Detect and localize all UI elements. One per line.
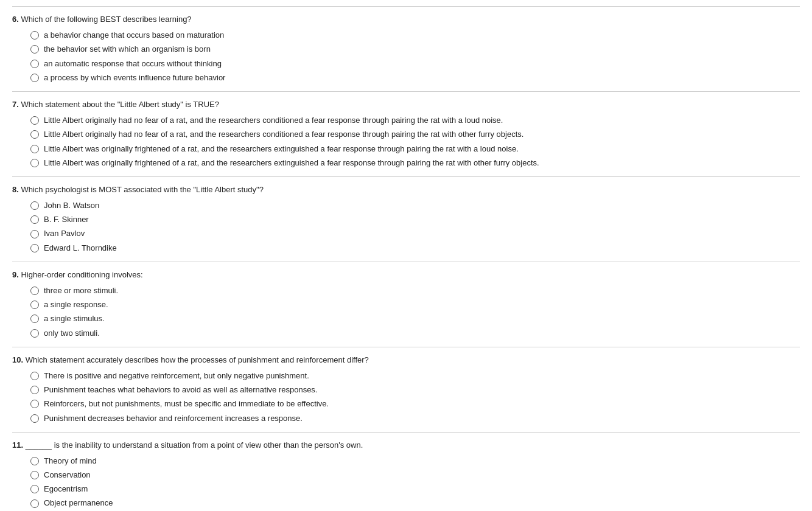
- question-text-q10: 10. Which statement accurately describes…: [12, 355, 800, 366]
- option-item-q11-2[interactable]: Egocentrism: [30, 484, 800, 495]
- option-label-q8-3: Edward L. Thorndike: [44, 243, 117, 254]
- options-list-q9: three or more stimuli.a single response.…: [12, 285, 800, 339]
- option-label-q11-3: Object permanence: [44, 498, 113, 509]
- option-item-q7-0[interactable]: Little Albert originally had no fear of …: [30, 115, 800, 126]
- option-item-q7-2[interactable]: Little Albert was originally frightened …: [30, 144, 800, 155]
- question-text-q7: 7. Which statement about the "Little Alb…: [12, 99, 800, 110]
- question-number-q7: 7.: [12, 100, 21, 109]
- option-label-q10-0: There is positive and negative reinforce…: [44, 370, 309, 381]
- question-number-q6: 6.: [12, 15, 21, 24]
- option-item-q8-2[interactable]: Ivan Pavlov: [30, 228, 800, 239]
- radio-q9-1[interactable]: [30, 301, 39, 309]
- question-block-q10: 10. Which statement accurately describes…: [12, 347, 800, 432]
- quiz-container: 6. Which of the following BEST describes…: [0, 0, 812, 511]
- option-label-q7-0: Little Albert originally had no fear of …: [44, 115, 503, 126]
- option-label-q8-1: B. F. Skinner: [44, 214, 89, 225]
- question-text-q11: 11. ______ is the inability to understan…: [12, 440, 800, 451]
- question-number-q10: 10.: [12, 355, 26, 364]
- option-label-q11-1: Conservation: [44, 470, 91, 481]
- radio-q11-1[interactable]: [30, 471, 39, 479]
- radio-q10-1[interactable]: [30, 386, 39, 394]
- radio-q8-0[interactable]: [30, 201, 39, 210]
- radio-q6-2[interactable]: [30, 60, 39, 68]
- option-label-q10-2: Reinforcers, but not punishments, must b…: [44, 398, 329, 409]
- options-list-q8: John B. WatsonB. F. SkinnerIvan PavlovEd…: [12, 200, 800, 254]
- radio-q9-2[interactable]: [30, 315, 39, 323]
- option-item-q11-1[interactable]: Conservation: [30, 470, 800, 481]
- option-item-q6-3[interactable]: a process by which events influence futu…: [30, 72, 800, 83]
- option-item-q8-3[interactable]: Edward L. Thorndike: [30, 243, 800, 254]
- option-item-q6-0[interactable]: a behavior change that occurs based on m…: [30, 30, 800, 41]
- radio-q7-2[interactable]: [30, 145, 39, 153]
- options-list-q6: a behavior change that occurs based on m…: [12, 30, 800, 83]
- radio-q11-2[interactable]: [30, 485, 39, 493]
- option-item-q9-1[interactable]: a single response.: [30, 299, 800, 310]
- option-label-q7-1: Little Albert originally had no fear of …: [44, 129, 523, 140]
- option-item-q10-3[interactable]: Punishment decreases behavior and reinfo…: [30, 413, 800, 424]
- radio-q6-0[interactable]: [30, 31, 39, 40]
- option-item-q9-3[interactable]: only two stimuli.: [30, 328, 800, 339]
- radio-q6-1[interactable]: [30, 45, 39, 54]
- question-block-q11: 11. ______ is the inability to understan…: [12, 432, 800, 511]
- option-item-q6-1[interactable]: the behavior set with which an organism …: [30, 44, 800, 55]
- radio-q9-0[interactable]: [30, 287, 39, 295]
- radio-q8-2[interactable]: [30, 230, 39, 238]
- option-label-q9-3: only two stimuli.: [44, 328, 100, 339]
- option-label-q11-0: Theory of mind: [44, 456, 97, 467]
- option-label-q10-1: Punishment teaches what behaviors to avo…: [44, 384, 317, 395]
- option-label-q10-3: Punishment decreases behavior and reinfo…: [44, 413, 303, 424]
- radio-q8-3[interactable]: [30, 244, 39, 252]
- question-number-q9: 9.: [12, 270, 21, 279]
- option-item-q8-1[interactable]: B. F. Skinner: [30, 214, 800, 225]
- radio-q9-3[interactable]: [30, 329, 39, 338]
- radio-q7-1[interactable]: [30, 130, 39, 139]
- option-item-q6-2[interactable]: an automatic response that occurs withou…: [30, 58, 800, 69]
- question-block-q6: 6. Which of the following BEST describes…: [12, 6, 800, 91]
- option-item-q11-0[interactable]: Theory of mind: [30, 456, 800, 467]
- question-block-q9: 9. Higher-order conditioning involves:th…: [12, 262, 800, 347]
- question-number-q11: 11.: [12, 440, 26, 450]
- question-block-q8: 8. Which psychologist is MOST associated…: [12, 176, 800, 262]
- option-label-q9-2: a single stimulus.: [44, 313, 105, 324]
- option-label-q6-1: the behavior set with which an organism …: [44, 44, 211, 55]
- question-text-q6: 6. Which of the following BEST describes…: [12, 14, 800, 25]
- question-text-q8: 8. Which psychologist is MOST associated…: [12, 184, 800, 195]
- option-label-q6-0: a behavior change that occurs based on m…: [44, 30, 224, 41]
- option-label-q8-2: Ivan Pavlov: [44, 228, 85, 239]
- option-item-q8-0[interactable]: John B. Watson: [30, 200, 800, 211]
- option-label-q9-1: a single response.: [44, 299, 108, 310]
- radio-q8-1[interactable]: [30, 215, 39, 224]
- option-label-q11-2: Egocentrism: [44, 484, 88, 495]
- options-list-q11: Theory of mindConservationEgocentrismObj…: [12, 456, 800, 509]
- radio-q11-0[interactable]: [30, 457, 39, 465]
- option-label-q8-0: John B. Watson: [44, 200, 99, 211]
- radio-q11-3[interactable]: [30, 499, 39, 508]
- option-item-q10-0[interactable]: There is positive and negative reinforce…: [30, 370, 800, 381]
- option-item-q9-2[interactable]: a single stimulus.: [30, 313, 800, 324]
- option-label-q7-3: Little Albert was originally frightened …: [44, 158, 539, 169]
- option-item-q7-1[interactable]: Little Albert originally had no fear of …: [30, 129, 800, 140]
- option-item-q7-3[interactable]: Little Albert was originally frightened …: [30, 158, 800, 169]
- option-item-q10-1[interactable]: Punishment teaches what behaviors to avo…: [30, 384, 800, 395]
- option-label-q6-2: an automatic response that occurs withou…: [44, 58, 222, 69]
- option-item-q11-3[interactable]: Object permanence: [30, 498, 800, 509]
- options-list-q7: Little Albert originally had no fear of …: [12, 115, 800, 169]
- radio-q7-0[interactable]: [30, 116, 39, 125]
- radio-q10-2[interactable]: [30, 400, 39, 408]
- radio-q6-3[interactable]: [30, 74, 39, 82]
- option-label-q6-3: a process by which events influence futu…: [44, 72, 225, 83]
- option-label-q9-0: three or more stimuli.: [44, 285, 118, 296]
- radio-q7-3[interactable]: [30, 159, 39, 167]
- option-label-q7-2: Little Albert was originally frightened …: [44, 144, 519, 155]
- question-text-q9: 9. Higher-order conditioning involves:: [12, 269, 800, 280]
- option-item-q10-2[interactable]: Reinforcers, but not punishments, must b…: [30, 398, 800, 409]
- radio-q10-0[interactable]: [30, 372, 39, 380]
- option-item-q9-0[interactable]: three or more stimuli.: [30, 285, 800, 296]
- options-list-q10: There is positive and negative reinforce…: [12, 370, 800, 424]
- question-block-q7: 7. Which statement about the "Little Alb…: [12, 91, 800, 176]
- radio-q10-3[interactable]: [30, 414, 39, 423]
- question-number-q8: 8.: [12, 185, 21, 194]
